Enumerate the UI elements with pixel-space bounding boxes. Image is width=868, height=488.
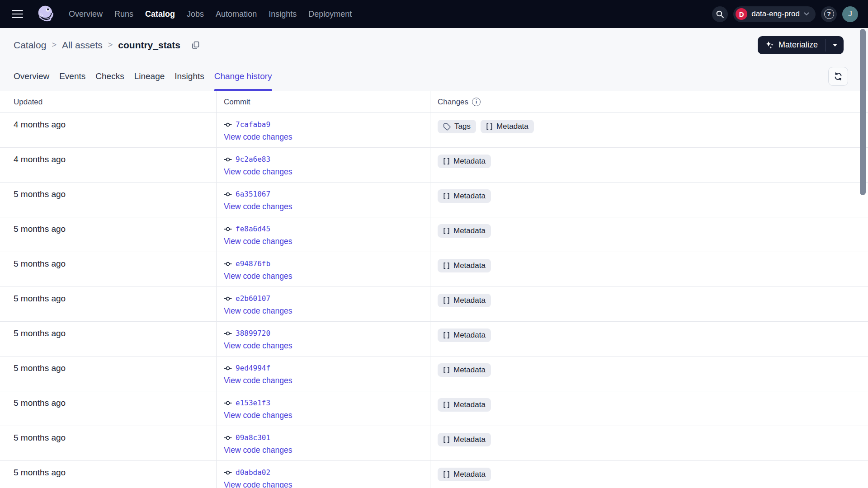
materialize-button[interactable]: Materialize bbox=[758, 36, 826, 54]
change-badge-metadata[interactable]: Metadata bbox=[438, 294, 491, 307]
vertical-scrollbar[interactable] bbox=[860, 29, 866, 195]
brackets-icon bbox=[443, 366, 450, 374]
tab-change-history[interactable]: Change history bbox=[214, 62, 272, 91]
commit-cell: 9c2a6e83View code changes bbox=[216, 148, 430, 182]
updated-cell: 5 months ago bbox=[0, 357, 216, 391]
change-badge-tags[interactable]: Tags bbox=[438, 120, 476, 133]
search-button[interactable] bbox=[712, 6, 728, 22]
commit-hash-link[interactable]: fe8a6d45 bbox=[236, 223, 270, 235]
materialize-dropdown-button[interactable] bbox=[826, 36, 844, 54]
hamburger-menu-icon[interactable] bbox=[12, 7, 25, 21]
view-code-changes-link[interactable]: View code changes bbox=[224, 271, 292, 282]
nav-item-runs[interactable]: Runs bbox=[114, 9, 133, 19]
commit-hash-link[interactable]: e153e1f3 bbox=[236, 397, 270, 409]
info-icon[interactable]: i bbox=[472, 98, 481, 106]
change-badge-metadata[interactable]: Metadata bbox=[438, 189, 491, 203]
tab-lineage[interactable]: Lineage bbox=[134, 62, 165, 91]
change-badge-metadata[interactable]: Metadata bbox=[438, 363, 491, 377]
tab-bar: OverviewEventsChecksLineageInsightsChang… bbox=[0, 62, 868, 91]
commit-icon bbox=[224, 469, 232, 477]
breadcrumb-link-all-assets[interactable]: All assets bbox=[62, 40, 103, 51]
table-row: 4 months ago9c2a6e83View code changesMet… bbox=[0, 148, 868, 183]
view-code-changes-link[interactable]: View code changes bbox=[224, 236, 292, 247]
updated-cell: 4 months ago bbox=[0, 113, 216, 147]
view-code-changes-link[interactable]: View code changes bbox=[224, 201, 292, 212]
view-code-changes-link[interactable]: View code changes bbox=[224, 166, 292, 177]
view-code-changes-link[interactable]: View code changes bbox=[224, 375, 292, 386]
breadcrumb-separator: > bbox=[108, 40, 113, 50]
tab-overview[interactable]: Overview bbox=[14, 62, 49, 91]
breadcrumb: Catalog > All assets > country_stats bbox=[14, 40, 200, 51]
changes-cell: Metadata bbox=[430, 391, 868, 426]
change-badge-metadata[interactable]: Metadata bbox=[438, 155, 491, 168]
table-row: 5 months agoe2b60107View code changesMet… bbox=[0, 287, 868, 322]
badge-label: Metadata bbox=[453, 157, 486, 166]
change-badge-metadata[interactable]: Metadata bbox=[438, 433, 491, 446]
brackets-icon bbox=[443, 436, 450, 443]
change-badge-metadata[interactable]: Metadata bbox=[438, 224, 491, 238]
view-code-changes-link[interactable]: View code changes bbox=[224, 340, 292, 351]
commit-icon bbox=[224, 295, 232, 303]
change-badge-metadata[interactable]: Metadata bbox=[481, 120, 534, 133]
materialize-label: Materialize bbox=[778, 40, 818, 50]
change-badge-metadata[interactable]: Metadata bbox=[438, 398, 491, 412]
change-badge-metadata[interactable]: Metadata bbox=[438, 468, 491, 481]
nav-links: OverviewRunsCatalogJobsAutomationInsight… bbox=[69, 9, 352, 19]
brackets-icon bbox=[443, 227, 450, 235]
updated-cell: 5 months ago bbox=[0, 391, 216, 426]
commit-cell: 6a351067View code changes bbox=[216, 183, 430, 217]
commit-cell: 38899720View code changes bbox=[216, 322, 430, 356]
commit-cell: e153e1f3View code changes bbox=[216, 391, 430, 426]
tab-events[interactable]: Events bbox=[59, 62, 85, 91]
view-code-changes-link[interactable]: View code changes bbox=[224, 131, 292, 142]
breadcrumb-link-catalog[interactable]: Catalog bbox=[14, 40, 46, 51]
badge-label: Tags bbox=[454, 122, 471, 131]
commit-cell: 09a8c301View code changes bbox=[216, 426, 430, 460]
nav-item-insights[interactable]: Insights bbox=[269, 9, 297, 19]
change-badge-metadata[interactable]: Metadata bbox=[438, 328, 491, 342]
commit-cell: e2b60107View code changes bbox=[216, 287, 430, 321]
nav-item-catalog[interactable]: Catalog bbox=[145, 9, 175, 19]
nav-item-automation[interactable]: Automation bbox=[216, 9, 257, 19]
view-code-changes-link[interactable]: View code changes bbox=[224, 479, 292, 488]
nav-item-overview[interactable]: Overview bbox=[69, 9, 103, 19]
page: OverviewRunsCatalogJobsAutomationInsight… bbox=[0, 0, 868, 488]
deployment-switcher[interactable]: D data-eng-prod bbox=[733, 6, 816, 22]
tab-checks[interactable]: Checks bbox=[95, 62, 124, 91]
badge-label: Metadata bbox=[453, 261, 486, 270]
commit-hash-link[interactable]: 6a351067 bbox=[236, 188, 270, 200]
user-avatar[interactable]: J bbox=[842, 6, 858, 22]
view-code-changes-link[interactable]: View code changes bbox=[224, 445, 292, 455]
caret-down-icon bbox=[833, 44, 837, 47]
badge-label: Metadata bbox=[453, 366, 486, 375]
column-header-changes: Changes i bbox=[430, 91, 868, 113]
commit-hash-link[interactable]: d0abda02 bbox=[236, 467, 270, 479]
commit-icon bbox=[224, 155, 232, 164]
help-button[interactable]: ? bbox=[821, 6, 837, 22]
updated-cell: 5 months ago bbox=[0, 461, 216, 488]
commit-hash-link[interactable]: 7cafaba9 bbox=[236, 119, 270, 131]
nav-item-jobs[interactable]: Jobs bbox=[187, 9, 204, 19]
brackets-icon bbox=[443, 401, 450, 408]
change-badge-metadata[interactable]: Metadata bbox=[438, 259, 491, 272]
dagster-logo-icon[interactable] bbox=[34, 3, 57, 25]
commit-hash-link[interactable]: e2b60107 bbox=[236, 293, 270, 305]
view-code-changes-link[interactable]: View code changes bbox=[224, 410, 292, 421]
view-code-changes-link[interactable]: View code changes bbox=[224, 305, 292, 316]
changes-cell: TagsMetadata bbox=[430, 113, 868, 147]
brackets-icon bbox=[443, 158, 450, 165]
tab-insights[interactable]: Insights bbox=[175, 62, 204, 91]
updated-cell: 5 months ago bbox=[0, 217, 216, 252]
nav-item-deployment[interactable]: Deployment bbox=[308, 9, 352, 19]
commit-cell: 7cafaba9View code changes bbox=[216, 113, 430, 147]
commit-hash-link[interactable]: 9c2a6e83 bbox=[236, 154, 270, 165]
table-row: 5 months ago09a8c301View code changesMet… bbox=[0, 426, 868, 461]
badge-label: Metadata bbox=[453, 192, 486, 201]
commit-hash-link[interactable]: 9ed4994f bbox=[236, 362, 270, 374]
commit-hash-link[interactable]: e94876fb bbox=[236, 258, 270, 270]
tag-icon bbox=[443, 123, 451, 131]
copy-button[interactable] bbox=[190, 40, 200, 50]
commit-hash-link[interactable]: 09a8c301 bbox=[236, 432, 270, 444]
commit-hash-link[interactable]: 38899720 bbox=[236, 328, 270, 339]
refresh-button[interactable] bbox=[828, 67, 848, 86]
